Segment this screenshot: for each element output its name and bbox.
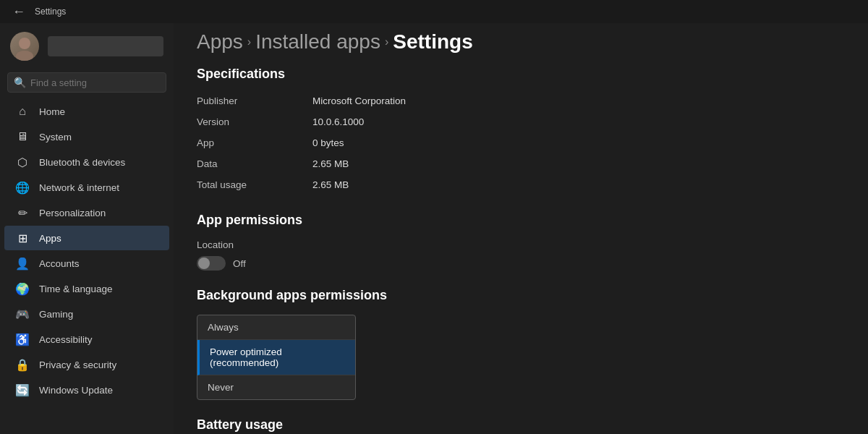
sidebar-item-privacy[interactable]: 🔒 Privacy & security bbox=[4, 352, 169, 377]
search-input[interactable] bbox=[30, 77, 160, 88]
sidebar-item-accessibility[interactable]: ♿ Accessibility bbox=[4, 327, 169, 352]
bg-option-power[interactable]: Power optimized (recommended) bbox=[197, 340, 355, 375]
spec-label: Publisher bbox=[197, 93, 312, 109]
apps-icon: ⊞ bbox=[16, 231, 29, 244]
location-toggle[interactable] bbox=[197, 256, 226, 271]
nav-label-privacy: Privacy & security bbox=[39, 359, 116, 370]
sidebar-item-update[interactable]: 🔄 Windows Update bbox=[4, 378, 169, 402]
spec-label: Data bbox=[197, 156, 312, 171]
toggle-off-label: Off bbox=[233, 258, 246, 269]
sidebar-item-accounts[interactable]: 👤 Accounts bbox=[4, 251, 169, 276]
main-layout: 🔍 ⌂ Home 🖥 System ⬡ Bluetooth & devices … bbox=[0, 23, 868, 434]
bg-option-never[interactable]: Never bbox=[197, 375, 355, 399]
spec-value: Microsoft Corporation bbox=[312, 93, 845, 109]
battery-usage-title: Battery usage bbox=[197, 417, 845, 433]
battery-usage-section: Battery usage Check this app's battery u… bbox=[197, 417, 845, 434]
search-box[interactable]: 🔍 bbox=[7, 72, 166, 93]
nav-container: ⌂ Home 🖥 System ⬡ Bluetooth & devices 🌐 … bbox=[0, 98, 174, 403]
title-bar-label: Settings bbox=[35, 7, 66, 17]
background-apps-dropdown[interactable]: AlwaysPower optimized (recommended)Never bbox=[197, 315, 356, 400]
nav-label-personalization: Personalization bbox=[39, 208, 106, 218]
privacy-icon: 🔒 bbox=[16, 358, 29, 371]
gaming-icon: 🎮 bbox=[16, 307, 29, 320]
svg-point-0 bbox=[19, 38, 30, 49]
breadcrumb-current: Settings bbox=[393, 30, 472, 54]
nav-label-accounts: Accounts bbox=[39, 258, 80, 269]
spec-value: 10.0.6.1000 bbox=[312, 114, 845, 129]
specifications-title: Specifications bbox=[197, 67, 845, 82]
sidebar-item-time[interactable]: 🌍 Time & language bbox=[4, 276, 169, 301]
nav-label-update: Windows Update bbox=[39, 385, 113, 396]
spec-label: Total usage bbox=[197, 177, 312, 192]
sidebar-item-personalization[interactable]: ✏ Personalization bbox=[4, 200, 169, 225]
time-icon: 🌍 bbox=[16, 282, 29, 295]
user-name-box bbox=[48, 36, 163, 56]
sidebar-item-gaming[interactable]: 🎮 Gaming bbox=[4, 302, 169, 326]
home-icon: ⌂ bbox=[16, 105, 29, 118]
nav-label-bluetooth: Bluetooth & devices bbox=[39, 157, 125, 168]
spec-label: App bbox=[197, 135, 312, 150]
accounts-icon: 👤 bbox=[16, 257, 29, 270]
spec-label: Version bbox=[197, 114, 312, 129]
spec-table: PublisherMicrosoft CorporationVersion10.… bbox=[197, 93, 845, 192]
location-toggle-row: Off bbox=[197, 256, 845, 271]
sidebar: 🔍 ⌂ Home 🖥 System ⬡ Bluetooth & devices … bbox=[0, 23, 174, 434]
sidebar-item-network[interactable]: 🌐 Network & internet bbox=[4, 175, 169, 200]
nav-label-gaming: Gaming bbox=[39, 309, 73, 320]
location-label: Location bbox=[197, 239, 845, 250]
toggle-thumb bbox=[198, 258, 210, 269]
svg-point-1 bbox=[16, 51, 33, 61]
background-apps-section: Background apps permissions AlwaysPower … bbox=[197, 288, 845, 400]
accessibility-icon: ♿ bbox=[16, 333, 29, 346]
bg-option-always[interactable]: Always bbox=[197, 315, 355, 340]
network-icon: 🌐 bbox=[16, 181, 29, 194]
update-icon: 🔄 bbox=[16, 383, 29, 396]
system-icon: 🖥 bbox=[16, 130, 29, 143]
app-permissions-section: App permissions Location Off bbox=[197, 213, 845, 271]
sidebar-item-system[interactable]: 🖥 System bbox=[4, 124, 169, 149]
breadcrumb-apps[interactable]: Apps bbox=[197, 30, 243, 54]
nav-label-system: System bbox=[39, 132, 72, 142]
spec-value: 2.65 MB bbox=[312, 156, 845, 171]
sidebar-item-bluetooth[interactable]: ⬡ Bluetooth & devices bbox=[4, 150, 169, 174]
content-area: Apps › Installed apps › Settings Specifi… bbox=[174, 23, 868, 434]
title-bar: ← Settings bbox=[0, 0, 868, 23]
spec-value: 0 bytes bbox=[312, 135, 845, 150]
nav-label-apps: Apps bbox=[39, 233, 61, 244]
personalization-icon: ✏ bbox=[16, 206, 29, 219]
sidebar-item-apps[interactable]: ⊞ Apps bbox=[4, 226, 169, 250]
sidebar-item-home[interactable]: ⌂ Home bbox=[4, 99, 169, 124]
avatar bbox=[10, 32, 39, 61]
app-permissions-title: App permissions bbox=[197, 213, 845, 228]
user-area bbox=[0, 23, 174, 69]
breadcrumb-installed-apps[interactable]: Installed apps bbox=[255, 30, 380, 54]
background-apps-title: Background apps permissions bbox=[197, 288, 845, 303]
nav-label-home: Home bbox=[39, 106, 65, 117]
breadcrumb-sep2: › bbox=[385, 35, 388, 48]
back-button[interactable]: ← bbox=[9, 1, 29, 22]
nav-label-accessibility: Accessibility bbox=[39, 334, 93, 345]
bluetooth-icon: ⬡ bbox=[16, 156, 29, 169]
breadcrumb: Apps › Installed apps › Settings bbox=[197, 23, 845, 67]
breadcrumb-sep1: › bbox=[247, 35, 251, 48]
spec-value: 2.65 MB bbox=[312, 177, 845, 192]
search-icon: 🔍 bbox=[14, 77, 26, 88]
nav-label-time: Time & language bbox=[39, 284, 113, 294]
nav-label-network: Network & internet bbox=[39, 182, 119, 193]
